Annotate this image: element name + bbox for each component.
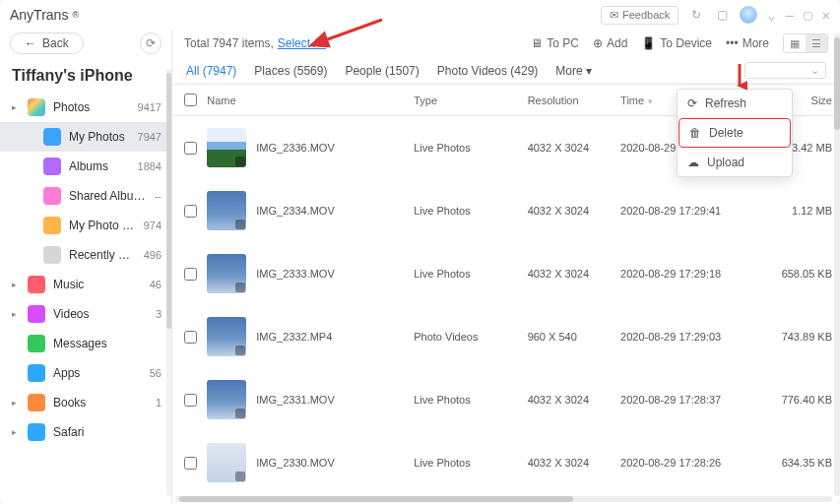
row-checkbox[interactable] — [184, 142, 197, 155]
sort-dropdown[interactable]: ⌄ — [744, 62, 826, 79]
live-badge-icon — [235, 472, 245, 481]
add-label: Add — [607, 36, 627, 50]
photos-icon — [28, 98, 45, 116]
safari-icon — [28, 423, 45, 441]
sidebar-item-label: Music — [53, 278, 142, 291]
sidebar-item-count: 9417 — [138, 101, 162, 113]
titlebar: AnyTrans® ✉ Feedback ↻ ▢ ⌄ ― ▢ ✕ — [0, 0, 840, 30]
sidebar-item-label: Books — [53, 396, 148, 410]
scrollbar-thumb[interactable] — [179, 496, 573, 502]
table-row[interactable]: IMG_2333.MOVLive Photos4032 X 30242020-0… — [172, 242, 840, 305]
more-button[interactable]: ••• More — [726, 36, 769, 50]
menu-refresh[interactable]: ⟳ Refresh — [678, 90, 792, 117]
grid-view-icon[interactable]: ▦ — [784, 34, 806, 52]
sidebar-item-videos[interactable]: ▸Videos3 — [0, 299, 171, 329]
window-maximize[interactable]: ▢ — [804, 7, 811, 23]
select-all-checkbox[interactable] — [184, 94, 197, 106]
window-close[interactable]: ✕ — [822, 7, 830, 23]
caret-icon: ▸ — [12, 280, 20, 289]
to-pc-button[interactable]: 🖥 To PC — [531, 36, 579, 50]
trash-icon: 🗑 — [689, 126, 701, 140]
tab-places[interactable]: Places (5569) — [254, 64, 327, 78]
table-row[interactable]: IMG_2334.MOVLive Photos4032 X 30242020-0… — [172, 179, 840, 242]
cell-type: Live Photos — [406, 368, 519, 431]
back-arrow-icon: ← — [25, 36, 36, 50]
sidebar-item-albums[interactable]: Albums1884 — [0, 152, 171, 181]
menu-upload-label: Upload — [707, 156, 744, 169]
window-minimize[interactable]: ― — [786, 7, 794, 23]
scrollbar-thumb[interactable] — [834, 37, 840, 130]
sidebar-item-count: 1884 — [138, 160, 162, 172]
sidebar-item-label: Safari — [53, 425, 154, 439]
sidebar-scrollbar[interactable] — [166, 69, 171, 496]
menu-upload[interactable]: ☁ Upload — [678, 149, 792, 176]
shared-albums-icon — [43, 187, 61, 205]
add-button[interactable]: ⊕ Add — [593, 36, 627, 50]
sidebar-item-apps[interactable]: Apps56 — [0, 358, 171, 388]
refresh-button[interactable]: ⟳ — [140, 32, 162, 54]
sidebar-item-count: 1 — [156, 397, 162, 409]
cell-name: IMG_2332.MP4 — [199, 305, 406, 368]
file-name: IMG_2333.MOV — [256, 268, 334, 280]
sidebar-item-label: Messages — [53, 337, 154, 350]
select-all-link[interactable]: Select All — [278, 36, 326, 50]
col-type[interactable]: Type — [406, 85, 519, 116]
sidebar-item-label: Photos — [53, 100, 130, 114]
live-badge-icon — [235, 346, 245, 355]
cell-type: Photo Videos — [406, 305, 519, 368]
feedback-button[interactable]: ✉ Feedback — [601, 6, 678, 25]
horizontal-scrollbar[interactable] — [175, 496, 832, 502]
to-device-button[interactable]: 📱 To Device — [641, 36, 712, 50]
thumbnail — [207, 380, 246, 419]
row-checkbox-cell — [172, 431, 199, 494]
cell-name: IMG_2333.MOV — [199, 242, 406, 305]
row-checkbox[interactable] — [184, 331, 197, 344]
cell-type: Live Photos — [406, 242, 519, 305]
col-resolution[interactable]: Resolution — [520, 85, 613, 116]
cell-resolution: 4032 X 3024 — [520, 368, 613, 431]
table-row[interactable]: IMG_2331.MOVLive Photos4032 X 30242020-0… — [172, 368, 840, 431]
avatar[interactable] — [740, 6, 757, 24]
row-checkbox[interactable] — [184, 394, 197, 407]
tab-more[interactable]: More ▾ — [555, 64, 592, 78]
sidebar-item-safari[interactable]: ▸Safari — [0, 417, 171, 447]
sidebar-item-recently-deleted[interactable]: Recently Deleted496 — [0, 240, 171, 270]
sidebar-item-my-photos[interactable]: My Photos7947 — [0, 122, 171, 152]
tab-people[interactable]: People (1507) — [345, 64, 419, 78]
cell-type: Live Photos — [406, 179, 519, 242]
cell-resolution: 4032 X 3024 — [520, 116, 613, 180]
tab-all[interactable]: All (7947) — [186, 64, 236, 78]
cell-resolution: 960 X 540 — [520, 305, 613, 368]
table-row[interactable]: IMG_2330.MOVLive Photos4032 X 30242020-0… — [172, 431, 840, 494]
row-checkbox[interactable] — [184, 457, 197, 470]
sidebar-item-photos[interactable]: ▸Photos9417 — [0, 93, 171, 122]
sidebar-item-count: 496 — [144, 249, 162, 261]
tag-icon[interactable]: ▢ — [714, 7, 730, 23]
history-icon[interactable]: ↻ — [688, 7, 704, 23]
file-name: IMG_2332.MP4 — [256, 331, 332, 343]
more-label: More — [743, 36, 769, 50]
cell-size: 1.12 MB — [757, 179, 840, 242]
registered-icon: ® — [72, 10, 79, 20]
sidebar-item-my-photo-stream[interactable]: My Photo Stream974 — [0, 211, 171, 240]
sidebar-item-music[interactable]: ▸Music46 — [0, 270, 171, 299]
sidebar-item-shared-albums[interactable]: Shared Albums-- — [0, 181, 171, 211]
row-checkbox[interactable] — [184, 268, 197, 281]
cell-size: 658.05 KB — [757, 242, 840, 305]
sidebar-item-books[interactable]: ▸Books1 — [0, 388, 171, 417]
dropdown-icon[interactable]: ⌄ — [767, 7, 775, 23]
sidebar-item-label: Apps — [53, 366, 142, 380]
sidebar-item-count: 3 — [156, 308, 162, 320]
menu-delete[interactable]: 🗑 Delete — [678, 118, 791, 148]
sidebar-item-messages[interactable]: Messages — [0, 329, 171, 358]
row-checkbox[interactable] — [184, 205, 197, 218]
back-button[interactable]: ← Back — [10, 32, 84, 54]
tab-photo-videos[interactable]: Photo Videos (429) — [437, 64, 539, 78]
col-name[interactable]: Name — [199, 85, 406, 116]
scrollbar-thumb[interactable] — [166, 73, 171, 329]
list-view-icon[interactable]: ☰ — [806, 34, 827, 52]
table-row[interactable]: IMG_2332.MP4Photo Videos960 X 5402020-08… — [172, 305, 840, 368]
upload-icon: ☁ — [687, 156, 699, 169]
device-icon: 📱 — [641, 36, 656, 50]
vertical-scrollbar[interactable] — [834, 33, 840, 496]
